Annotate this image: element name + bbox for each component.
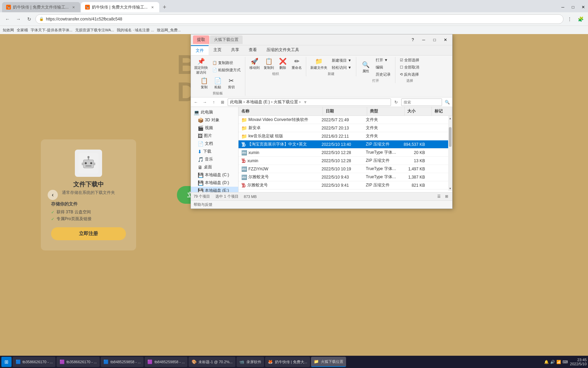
- addr-recent[interactable]: ⊞: [219, 98, 226, 106]
- browser-tab-2[interactable]: 🐄 奶牛快传 | 免费大文件传输工... ✕: [81, 2, 159, 12]
- ribbon-open-button[interactable]: 打开 ▼: [374, 57, 392, 63]
- back-button[interactable]: ←: [3, 14, 12, 24]
- sidebar-item-drive-d[interactable]: 💾 本地磁盘 (D:): [191, 179, 238, 187]
- addr-forward[interactable]: →: [201, 98, 209, 106]
- ribbon-paste-button[interactable]: 📄 粘贴: [212, 76, 224, 90]
- scroll-track[interactable]: [448, 121, 452, 186]
- view-details-button[interactable]: ☰: [436, 194, 442, 200]
- addr-refresh[interactable]: ↻: [392, 98, 400, 106]
- sidebar-item-video[interactable]: 🎬 视频: [191, 124, 238, 132]
- explorer-tab-extract[interactable]: 提取: [193, 35, 209, 44]
- explorer-minimize[interactable]: ─: [419, 36, 428, 44]
- start-button[interactable]: ⊞: [1, 357, 12, 367]
- explorer-maximize[interactable]: □: [430, 36, 439, 44]
- col-header-date[interactable]: 日期: [323, 107, 367, 116]
- ribbon-copy-path[interactable]: 📋 复制路径: [211, 60, 242, 66]
- col-header-name[interactable]: 名称: [239, 107, 323, 116]
- file-row-7[interactable]: 🔤 尔雅蛟龙号 2022/5/10 9:43 TrueType 字体文件 1,3…: [239, 173, 448, 181]
- sidebar-item-drive-c[interactable]: 💾 本地磁盘 (C:): [191, 171, 238, 179]
- file-row-2[interactable]: 📁 kw音乐急定破 组版 2021/6/3 22:11 文件夹: [239, 132, 448, 140]
- sidebar-item-drive-e[interactable]: 💾 本地磁盘 (E:): [191, 187, 238, 192]
- address-path[interactable]: 此电脑 › 本地磁盘 (E:) › 火狐下载位置 › ▼: [228, 98, 391, 106]
- ribbon-newitem-button[interactable]: 新建项目 ▼: [330, 57, 353, 64]
- file-row-4[interactable]: 🔤 xumin 2022/5/10 12:28 TrueType 字体文件 20…: [239, 149, 448, 157]
- sidebar-item-docs[interactable]: 📄 文档: [191, 140, 238, 148]
- bookmark-2[interactable]: 全家桶: [17, 28, 28, 33]
- explorer-search-input[interactable]: [401, 98, 442, 106]
- addr-back[interactable]: ←: [192, 98, 200, 106]
- address-bar[interactable]: 🔒 https://cowtransfer.com/s/41c52fbca8c5…: [35, 14, 564, 24]
- scroll-thumb[interactable]: [449, 127, 452, 147]
- bookmark-6[interactable]: 致远网_免费...: [157, 28, 181, 33]
- addr-search-btn[interactable]: 🔍: [443, 98, 451, 106]
- ribbon-invertselect-button[interactable]: ⟲ 反向选择: [398, 71, 421, 78]
- refresh-button[interactable]: ↻: [24, 14, 34, 24]
- scroll-up-button[interactable]: ▲: [448, 116, 452, 121]
- tray-icon-3[interactable]: 📶: [556, 360, 561, 364]
- ribbon-tab-share[interactable]: 共享: [226, 45, 244, 55]
- file-row-0[interactable]: 📁 Movavi Video Converter转换软件 2022/5/7 21…: [239, 116, 448, 124]
- explorer-tab-download[interactable]: 火狐下载位置: [210, 35, 243, 44]
- forward-button[interactable]: →: [14, 14, 23, 24]
- bookmark-3[interactable]: 字体天下-提供各类字体...: [31, 28, 72, 33]
- tray-icon-2[interactable]: 🔊: [550, 360, 555, 364]
- taskbar-item-6[interactable]: 🦊 奶牛快传 | 免费大...: [265, 357, 310, 367]
- view-large-button[interactable]: ⊞: [443, 194, 450, 200]
- ribbon-delete-button[interactable]: ❌ 删除: [277, 57, 289, 71]
- col-header-type[interactable]: 类型: [367, 107, 405, 116]
- file-row-1[interactable]: 📁 新安卓 2022/5/7 20:13 文件夹: [239, 124, 448, 132]
- file-row-3[interactable]: 🗜 【淘宝页面展示字体】中文+英文 2022/5/10 13:40 ZIP 压缩…: [239, 140, 448, 149]
- taskbar-item-1[interactable]: 🟪 tb3586626170 - ...: [56, 357, 99, 367]
- ribbon-properties-button[interactable]: 🔍 属性: [359, 60, 373, 74]
- ribbon-edit-button[interactable]: 编辑: [374, 64, 392, 71]
- sidebar-item-desktop[interactable]: 🖥 桌面: [191, 163, 238, 171]
- explorer-close[interactable]: ✕: [441, 36, 450, 44]
- register-button[interactable]: 立即注册: [51, 227, 126, 240]
- ribbon-copyto-button[interactable]: 📋 复制到: [262, 57, 275, 71]
- bookmark-4[interactable]: 无损音源下载专注WA...: [75, 28, 114, 33]
- taskbar-item-5[interactable]: 📹 录屏软件: [236, 357, 264, 367]
- tray-icon-1[interactable]: 🔔: [544, 360, 549, 364]
- taskbar-item-2[interactable]: 🟦 tb8485259858 - ...: [101, 357, 144, 367]
- col-header-size[interactable]: 大小: [405, 107, 432, 116]
- tab-close-2[interactable]: ✕: [150, 4, 155, 10]
- col-header-tag[interactable]: 标记: [432, 107, 452, 116]
- ribbon-newfolder-button[interactable]: 📁 新建文件夹: [309, 57, 329, 71]
- tray-icon-4[interactable]: ⌨: [562, 360, 568, 364]
- sidebar-item-3d[interactable]: 📦 3D 对象: [191, 116, 238, 124]
- explorer-help[interactable]: ?: [408, 36, 418, 44]
- ribbon-deselectall-button[interactable]: ☐ 全部取消: [398, 64, 421, 71]
- ribbon-cut-button[interactable]: ✂ 剪切: [225, 76, 238, 90]
- extensions-button[interactable]: 🧩: [576, 14, 585, 24]
- ribbon-tab-compress[interactable]: 压缩的文件夹工具: [262, 45, 304, 55]
- ribbon-paste-shortcut[interactable]: 📄 粘贴快捷方式: [211, 67, 242, 73]
- ribbon-tab-view[interactable]: 查看: [244, 45, 262, 55]
- file-row-8[interactable]: 🗜 尔雅蛟龙号 2022/5/10 9:41 ZIP 压缩文件 821 KB: [239, 181, 448, 189]
- addr-dropdown-icon[interactable]: ▼: [303, 100, 307, 105]
- ribbon-tab-file[interactable]: 文件: [191, 45, 209, 55]
- ribbon-pin-button[interactable]: 📌 固定到快速访问: [193, 57, 209, 76]
- sidebar-item-downloads[interactable]: ⬇ 下载: [191, 148, 238, 155]
- settings-button[interactable]: ⋮: [565, 14, 574, 24]
- ribbon-history-button[interactable]: 历史记录: [374, 71, 392, 78]
- tab-close-1[interactable]: ✕: [71, 4, 76, 10]
- sidebar-item-picture[interactable]: 🖼 图片: [191, 132, 238, 140]
- ribbon-moveto-button[interactable]: 🚀 移动到: [248, 57, 261, 71]
- ribbon-easyaccess-button[interactable]: 轻松访问 ▼: [330, 64, 353, 71]
- ribbon-copy-button[interactable]: 📋 复制: [198, 76, 210, 90]
- taskbar-item-0[interactable]: 🟦 tb3586626170 - ...: [13, 357, 55, 367]
- file-row-6[interactable]: 🔤 FZZiYHJW 2022/5/10 10:19 TrueType 字体文件…: [239, 165, 448, 173]
- addr-up[interactable]: ↑: [210, 98, 217, 106]
- browser-maximize[interactable]: □: [568, 3, 578, 11]
- file-row-9[interactable]: 🎬 《春江花月夜》鹏清最音乐 2022/5/9 22:56 MP4 文件 9,3…: [239, 189, 448, 191]
- new-tab-button[interactable]: +: [160, 2, 169, 12]
- browser-minimize[interactable]: ─: [558, 3, 568, 11]
- filelist-scrollbar[interactable]: ▲ ▼: [448, 116, 452, 191]
- ribbon-selectall-button[interactable]: ☑ 全部选择: [398, 57, 421, 63]
- sidebar-item-pc[interactable]: 💻 此电脑: [191, 108, 238, 116]
- scroll-down-button[interactable]: ▼: [448, 186, 452, 191]
- taskbar-item-3[interactable]: 🟪 tb8485259858 - ...: [145, 357, 187, 367]
- taskbar-item-4[interactable]: 🎨 未标题-1 @ 70.2%...: [189, 357, 235, 367]
- file-row-5[interactable]: 🗜 xumin 2022/5/10 12:28 ZIP 压缩文件 13 KB: [239, 157, 448, 165]
- sidebar-item-music[interactable]: 🎵 音乐: [191, 155, 238, 163]
